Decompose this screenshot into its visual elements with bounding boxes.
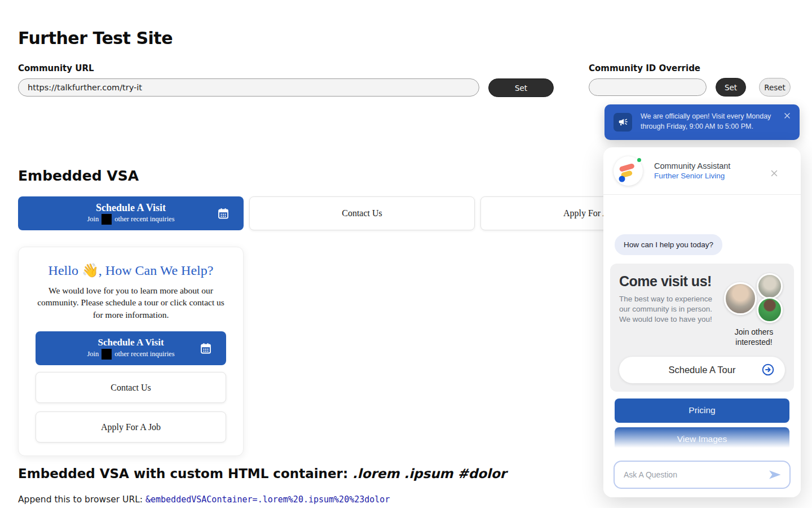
ask-question-field[interactable] (614, 461, 791, 489)
custom-container-heading-code: .lorem .ipsum #dolor (352, 466, 506, 481)
redaction-box (102, 349, 112, 360)
come-visit-body: The best way to experience our community… (619, 294, 723, 325)
megaphone-icon (614, 113, 632, 132)
card-schedule-visit-title: Schedule A Visit (98, 337, 164, 348)
custom-container-heading: Embedded VSA with custom HTML container:… (18, 466, 506, 481)
view-images-button[interactable]: View Images (615, 427, 789, 452)
come-visit-title: Come visit us! (619, 273, 723, 290)
custom-container-heading-text: Embedded VSA with custom HTML container: (18, 466, 352, 481)
append-url-code: &embeddedVSAContainer=.lorem%20.ipsum%20… (145, 494, 390, 505)
schedule-visit-title: Schedule A Visit (96, 202, 166, 214)
vsa-card-greeting: Hello 👋, How Can We Help? (19, 262, 243, 278)
schedule-tour-button[interactable]: Schedule A Tour (619, 357, 785, 383)
come-visit-card: Come visit us! The best way to experienc… (610, 264, 794, 392)
avatar (757, 273, 783, 299)
avatar-cluster (723, 273, 785, 325)
community-id-input[interactable] (589, 78, 707, 96)
schedule-visit-button[interactable]: Schedule A Visit Join other recent inqui… (18, 196, 244, 230)
community-url-set-button[interactable]: Set (488, 78, 554, 97)
card-contact-us-button[interactable]: Contact Us (36, 372, 226, 403)
schedule-visit-subtitle: Join other recent inquiries (87, 214, 174, 225)
vsa-card: Hello 👋, How Can We Help? We would love … (18, 247, 244, 456)
assistant-title: Community Assistant (654, 161, 730, 170)
calendar-icon (217, 207, 230, 220)
page: Further Test Site Community URL Set Comm… (0, 0, 812, 508)
chat-message-area: How can I help you today? Come visit us!… (603, 195, 801, 452)
community-url-label: Community URL (18, 63, 94, 73)
avatar (757, 297, 783, 323)
online-status-dot (636, 157, 642, 163)
chat-close-icon[interactable] (769, 168, 779, 178)
community-id-set-button[interactable]: Set (716, 78, 746, 97)
assistant-message-bubble: How can I help you today? (615, 234, 722, 255)
announcement-close-icon[interactable] (783, 111, 792, 120)
community-url-input[interactable] (18, 78, 479, 97)
send-icon[interactable] (767, 467, 783, 483)
ask-question-input[interactable] (615, 470, 767, 479)
arrow-circle-icon (761, 363, 775, 376)
append-url-line: Append this to browser URL: &embeddedVSA… (18, 494, 390, 505)
announcement-text: We are officially open! Visit every Mond… (641, 112, 783, 132)
avatars-caption: Join others interested! (723, 327, 785, 348)
card-schedule-visit-button[interactable]: Schedule A Visit Join other recent inqui… (36, 331, 226, 365)
vsa-card-description: We would love for you to learn more abou… (36, 284, 226, 321)
community-id-reset-button[interactable]: Reset (759, 78, 791, 97)
append-url-label: Append this to browser URL: (18, 494, 145, 505)
community-link[interactable]: Further Senior Living (654, 172, 725, 180)
contact-us-button[interactable]: Contact Us (249, 196, 475, 230)
page-title: Further Test Site (18, 28, 173, 48)
redaction-box (102, 214, 112, 225)
chat-input-bar (603, 452, 801, 497)
card-apply-job-button[interactable]: Apply For A Job (36, 411, 226, 443)
avatar (724, 282, 757, 315)
calendar-icon (199, 341, 213, 355)
embedded-vsa-heading: Embedded VSA (18, 168, 139, 184)
pricing-button[interactable]: Pricing (615, 398, 789, 423)
card-schedule-visit-subtitle: Join other recent inquiries (87, 349, 174, 360)
chat-panel: Community Assistant Further Senior Livin… (603, 147, 801, 497)
community-id-label: Community ID Override (589, 63, 700, 73)
chat-header: Community Assistant Further Senior Livin… (603, 147, 801, 195)
vsa-button-row: Schedule A Visit Join other recent inqui… (18, 196, 706, 230)
announcement-banner: We are officially open! Visit every Mond… (604, 104, 800, 140)
